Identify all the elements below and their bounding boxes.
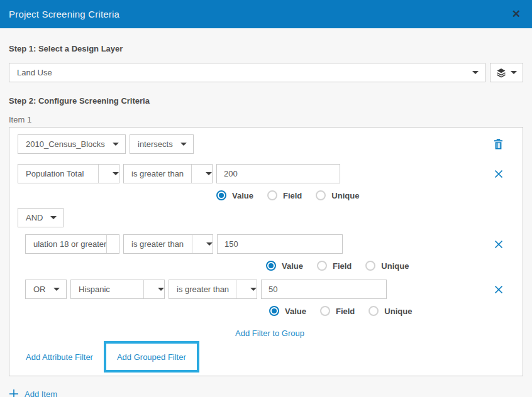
logic-value-2: OR [33, 285, 46, 294]
radio-value-selected[interactable] [266, 261, 276, 271]
trash-icon [494, 139, 503, 150]
spatial-relation-value: intersects [138, 139, 173, 149]
chevron-down-icon [50, 216, 57, 219]
footer: Add Item [0, 389, 532, 397]
chevron-down-icon [158, 288, 164, 291]
add-grouped-filter-link[interactable]: Add Grouped Filter [117, 352, 186, 362]
layer-options-button[interactable] [490, 63, 523, 82]
operator-select-3[interactable]: is greater than [169, 280, 257, 299]
dialog-header: Project Screening Criteria ✕ [0, 0, 532, 28]
x-icon [494, 170, 503, 178]
screening-layer-select[interactable]: 2010_Census_Blocks [18, 134, 126, 154]
operator-value-3: is greater than [177, 285, 229, 294]
remove-filter-button-2[interactable] [494, 240, 503, 249]
step1-label: Step 1: Select a Design Layer [9, 44, 523, 53]
radio-field[interactable] [317, 261, 327, 271]
delete-item-button[interactable] [494, 139, 503, 150]
value-type-radios-3: Value Field Unique [269, 306, 514, 316]
spatial-filter-row: 2010_Census_Blocks intersects [18, 134, 514, 154]
value-input-3[interactable] [261, 280, 387, 299]
value-input-1[interactable] [216, 164, 340, 183]
operator-value-1: is greater than [131, 169, 184, 178]
chevron-down-icon [250, 288, 257, 291]
radio-option-value[interactable]: Value [269, 306, 306, 316]
radio-option-unique[interactable]: Unique [365, 261, 409, 271]
field-value-2: ulation 18 or greater [33, 239, 106, 249]
chevron-down-icon [53, 288, 60, 291]
plus-icon[interactable] [9, 389, 19, 397]
grouped-filters: ulation 18 or greater is greater than [25, 234, 514, 339]
operator-select-2[interactable]: is greater than [123, 234, 213, 254]
field-select-2[interactable]: ulation 18 or greater [25, 234, 119, 254]
radio-value-selected[interactable] [216, 190, 226, 200]
radio-field[interactable] [267, 190, 277, 200]
filter-actions-row: Add Attribute Filter Add Grouped Filter [18, 341, 514, 373]
operator-value-2: is greater than [131, 239, 184, 249]
grouped-filter-row-1: ulation 18 or greater is greater than [25, 234, 514, 254]
radio-unique[interactable] [316, 190, 326, 200]
chevron-down-icon [511, 71, 517, 74]
operator-select-1[interactable]: is greater than [123, 164, 213, 183]
radio-unique[interactable] [365, 261, 375, 271]
x-icon [494, 285, 503, 294]
radio-option-field[interactable]: Field [320, 306, 355, 316]
chevron-down-icon [206, 242, 213, 246]
design-layer-value: Land Use [17, 68, 52, 77]
chevron-down-icon [113, 172, 119, 175]
field-value-1: Population Total [26, 169, 84, 178]
chevron-down-icon [113, 143, 119, 146]
chevron-down-icon [206, 172, 212, 175]
radio-option-field[interactable]: Field [267, 190, 302, 200]
criteria-panel: 2010_Census_Blocks intersects [9, 127, 523, 376]
field-select-3[interactable]: Hispanic [70, 280, 165, 299]
close-icon[interactable]: ✕ [512, 9, 521, 19]
group-logic-select[interactable]: AND [18, 208, 64, 227]
remove-filter-button-1[interactable] [494, 170, 503, 178]
logic-select-2[interactable]: OR [25, 280, 67, 299]
grouped-filter-row-2: OR Hispanic is greater than [25, 280, 514, 299]
design-layer-select[interactable]: Land Use [9, 63, 485, 82]
radio-field[interactable] [320, 306, 330, 316]
value-type-radios-1: Value Field Unique [216, 190, 514, 200]
radio-value-selected[interactable] [269, 306, 279, 316]
value-type-radios-2: Value Field Unique [266, 261, 514, 271]
screening-layer-value: 2010_Census_Blocks [26, 139, 105, 149]
add-grouped-filter-focus-box: Add Grouped Filter [104, 341, 199, 373]
item-label: Item 1 [9, 115, 523, 124]
value-input-2[interactable] [217, 234, 343, 254]
radio-option-field[interactable]: Field [317, 261, 352, 271]
remove-filter-button-3[interactable] [494, 285, 503, 294]
group-logic-value: AND [26, 213, 43, 222]
add-attribute-filter-link[interactable]: Add Attribute Filter [26, 352, 93, 362]
chevron-down-icon [180, 143, 187, 146]
radio-option-unique[interactable]: Unique [316, 190, 359, 200]
radio-unique[interactable] [369, 306, 379, 316]
field-value-3: Hispanic [79, 285, 110, 294]
field-select-1[interactable]: Population Total [18, 164, 119, 183]
attribute-filter-row-1: Population Total is greater than [18, 164, 514, 183]
add-filter-to-group-link[interactable]: Add Filter to Group [235, 329, 304, 338]
step2-label: Step 2: Configure Screening Criteria [9, 96, 523, 106]
spatial-relation-select[interactable]: intersects [130, 134, 194, 154]
dialog-title: Project Screening Criteria [9, 9, 119, 19]
chevron-down-icon [472, 71, 479, 74]
radio-option-value[interactable]: Value [216, 190, 253, 200]
radio-option-value[interactable]: Value [266, 261, 303, 271]
add-item-link[interactable]: Add Item [25, 389, 57, 397]
layers-icon [496, 68, 506, 78]
radio-option-unique[interactable]: Unique [369, 306, 412, 316]
x-icon [494, 240, 503, 249]
